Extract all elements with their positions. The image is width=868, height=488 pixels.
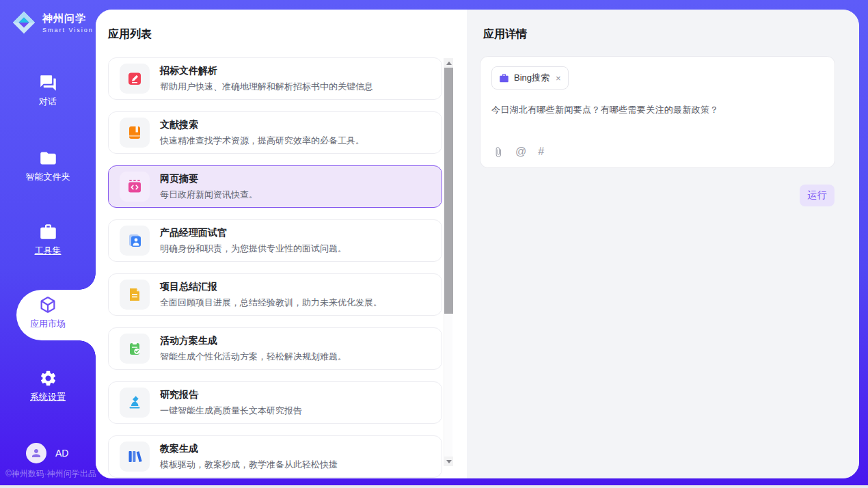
user-profile[interactable]: AD [26,443,68,463]
arrow-up-icon [446,62,452,65]
folder-icon [39,149,57,167]
prompt-card[interactable]: Bing搜索 × 今日湖北有哪些新闻要点？有哪些需要关注的最新政策？ @ # [480,56,835,168]
scroll-down-button[interactable] [444,457,453,466]
sidebar-item-label: 对话 [0,96,96,108]
app-name: 教案生成 [160,443,338,455]
app-name: 文献搜索 [160,119,364,131]
app-list: 招标文件解析 帮助用户快速、准确地理解和解析招标书中的关键信息 文献搜索 快速精… [108,57,442,478]
app-list-item-1[interactable]: 文献搜索 快速精准查找学术资源，提高研究效率的必备工具。 [108,111,442,154]
note-icon [126,286,143,303]
app-list-item-7[interactable]: 教案生成 模板驱动，教案秒成，教学准备从此轻松快捷 [108,435,442,478]
app-list-item-0[interactable]: 招标文件解析 帮助用户快速、准确地理解和解析招标书中的关键信息 [108,57,442,100]
brand-logo: 神州问学 Smart Vision [11,10,94,36]
app-icon-tile [120,334,150,364]
app-name: 招标文件解析 [160,65,373,77]
app-description: 智能生成个性化活动方案，轻松解决规划难题。 [160,351,347,363]
books-icon [126,448,143,465]
tool-tag-bing-search[interactable]: Bing搜索 × [491,66,569,90]
app-list-title: 应用列表 [108,27,152,42]
copyright-text: ©神州数码·神州问学出品 [5,468,96,480]
run-button[interactable]: 运行 [800,185,835,206]
sidebar-item-chat[interactable]: 对话 [0,74,96,115]
tool-tag-label: Bing搜索 [514,72,550,84]
paperclip-icon[interactable] [493,146,504,158]
doc-edit-icon [126,70,143,87]
app-description: 快速精准查找学术资源，提高研究效率的必备工具。 [160,135,364,147]
query-text[interactable]: 今日湖北有哪些新闻要点？有哪些需要关注的最新政策？ [491,104,824,116]
scrollbar-thumb[interactable] [444,68,453,314]
cube-icon [38,295,57,314]
mention-icon[interactable]: @ [515,146,526,158]
window-bottom-edge [0,485,868,488]
app-description: 模板驱动，教案秒成，教学准备从此轻松快捷 [160,459,338,471]
sidebar-item-label: 应用市场 [0,318,96,330]
browser-code-icon [126,178,143,195]
brand-subtitle: Smart Vision [42,27,94,33]
microscope-icon [126,394,143,411]
remove-tool-icon[interactable]: × [556,73,561,83]
app-icon-tile [120,226,150,256]
brand-logo-icon [11,10,37,36]
brand-name: 神州问学 [42,12,94,25]
app-list-panel: 应用列表 招标文件解析 帮助用户快速、准确地理解和解析招标书中的关键信息 文献搜… [96,10,467,478]
sidebar-item-label: 智能文件夹 [0,171,96,183]
app-description: 一键智能生成高质量长文本研究报告 [160,405,302,417]
app-name: 活动方案生成 [160,335,347,347]
user-initials: AD [55,448,68,459]
app-description: 帮助用户快速、准确地理解和解析招标书中的关键信息 [160,81,373,93]
main-content-card: 应用列表 招标文件解析 帮助用户快速、准确地理解和解析招标书中的关键信息 文献搜… [96,10,859,478]
book-icon [126,124,143,141]
chat-icon [39,74,57,92]
app-description: 每日政府新闻资讯快查。 [160,189,258,201]
scroll-up-button[interactable] [444,58,453,68]
app-list-item-3[interactable]: 产品经理面试官 明确身份和职责，为您提供专业性的面试问题。 [108,219,442,262]
sidebar-item-label: 系统设置 [0,391,96,403]
app-list-item-5[interactable]: 活动方案生成 智能生成个性化活动方案，轻松解决规划难题。 [108,327,442,370]
gear-icon [39,369,57,388]
app-detail-title: 应用详情 [483,27,527,42]
briefcase-icon [39,223,57,241]
sidebar-item-label: 工具集 [0,245,96,257]
arrow-down-icon [446,460,452,463]
app-description: 全面回顾项目进展，总结经验教训，助力未来优化发展。 [160,297,382,309]
app-description: 明确身份和职责，为您提供专业性的面试问题。 [160,243,347,255]
app-icon-tile [120,280,150,310]
sidebar-item-toolset[interactable]: 工具集 [0,223,96,264]
app-list-item-2[interactable]: 网页摘要 每日政府新闻资讯快查。 [108,165,442,208]
resume-person-icon [126,232,143,249]
app-list-item-6[interactable]: 研究报告 一键智能生成高质量长文本研究报告 [108,381,442,424]
hash-icon[interactable]: # [538,146,544,158]
avatar [26,443,46,463]
app-detail-panel: 应用详情 Bing搜索 × 今日湖北有哪些新闻要点？有哪些需要关注的最新政策？ … [467,10,859,478]
app-icon-tile [120,64,150,94]
app-icon-tile [120,172,150,202]
app-name: 研究报告 [160,389,302,401]
sidebar: 神州问学 Smart Vision 对话 智能文件夹 工具集 应用市场 系统设置… [0,0,96,488]
sidebar-item-settings[interactable]: 系统设置 [0,369,96,410]
person-icon [30,447,42,459]
sidebar-item-smart-folder[interactable]: 智能文件夹 [0,149,96,190]
app-list-item-4[interactable]: 项目总结汇报 全面回顾项目进展，总结经验教训，助力未来优化发展。 [108,273,442,316]
app-name: 网页摘要 [160,173,258,185]
app-icon-tile [120,118,150,148]
app-icon-tile [120,442,150,472]
sidebar-item-app-market[interactable]: 应用市场 [0,295,96,336]
app-name: 项目总结汇报 [160,281,382,293]
scrollbar[interactable] [444,58,452,466]
briefcase-icon [499,73,509,83]
app-name: 产品经理面试官 [160,227,347,239]
prompt-toolbar: @ # [493,146,544,158]
clipboard-check-icon [126,340,143,357]
app-icon-tile [120,388,150,418]
